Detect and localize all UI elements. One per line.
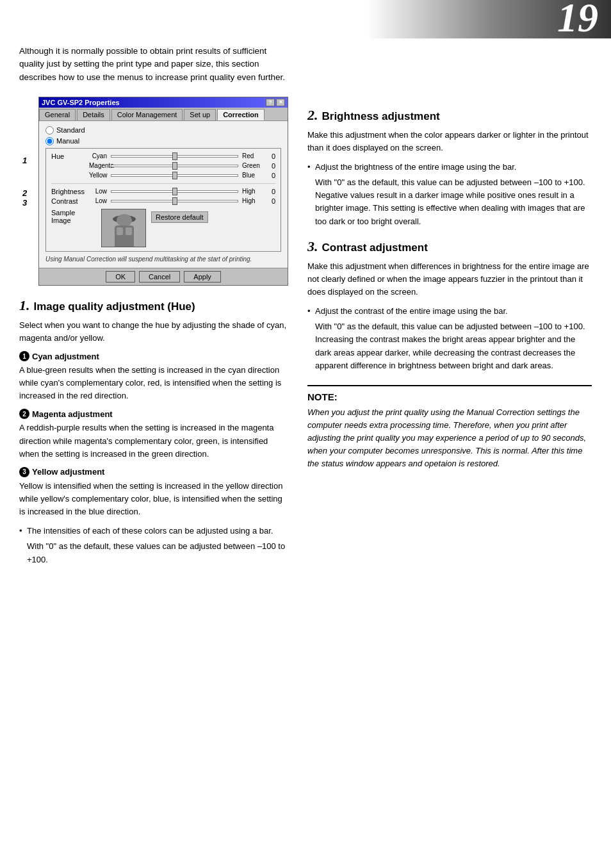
radio-standard-label: Standard (56, 126, 85, 134)
hue-slider-row: Hue Cyan Red 0 (51, 152, 275, 160)
hue-slider-thumb[interactable] (172, 152, 177, 160)
svg-rect-5 (126, 227, 132, 235)
bullet-default-range: With "0" as the default, these values ca… (19, 540, 288, 566)
contrast-bullet: Adjust the contrast of the entire image … (307, 305, 592, 318)
svg-rect-4 (117, 227, 123, 235)
contrast-label: Contrast (51, 197, 86, 205)
tab-correction[interactable]: Correction (217, 109, 265, 120)
cyan-label: Cyan (89, 152, 107, 160)
yellow-label: Yellow (89, 172, 107, 179)
dialog-container: 1 2 3 JVC GV-SP2 Properties ? ✕ General (38, 97, 288, 286)
cyan-body: A blue-green results when the setting is… (19, 364, 288, 402)
sample-row: Sample Image (51, 209, 275, 247)
radio-manual-row: Manual (45, 137, 281, 145)
yellow-slider-thumb[interactable] (172, 172, 177, 179)
dialog-title-buttons: ? ✕ (266, 99, 285, 106)
marker-1: 1 (22, 156, 27, 165)
separator (51, 183, 275, 184)
dialog-note-text: Using Manual Correction will suspend mul… (45, 256, 281, 263)
contrast-bullet-sub: With "0" as the default, this value can … (307, 320, 592, 372)
radio-manual[interactable] (45, 137, 54, 145)
magenta-slider-track[interactable] (111, 165, 238, 167)
brightness-bullet-sub: With "0" as the default, this value can … (307, 176, 592, 228)
brightness-low-label: Low (89, 188, 107, 195)
contrast-slider-row: Contrast Low High 0 (51, 197, 275, 205)
brightness-label: Brightness (51, 188, 86, 195)
brightness-slider-row: Brightness Low High 0 (51, 188, 275, 195)
cyan-subheading: 1 Cyan adjustment (19, 351, 288, 361)
close-button[interactable]: ✕ (276, 99, 285, 106)
note-section: NOTE: When you adjust the print quality … (307, 385, 592, 471)
radio-standard-row: Standard (45, 126, 281, 135)
page-number: 19 (557, 0, 611, 38)
note-title: NOTE: (307, 391, 592, 402)
marker-3: 3 (22, 198, 27, 208)
section-1: 1. Image quality adjustment (Hue) Select… (19, 297, 288, 566)
right-column: 2. Brightness adjustment Make this adjus… (307, 97, 592, 471)
yellow-body: Yellow is intensified when the setting i… (19, 480, 288, 518)
brightness-value: 0 (263, 188, 275, 195)
brightness-slider-thumb[interactable] (172, 188, 177, 195)
svg-point-2 (117, 214, 132, 227)
note-text: When you adjust the print quality using … (307, 406, 592, 471)
yellow-slider-track[interactable] (111, 174, 238, 177)
circle-1: 1 (19, 351, 29, 361)
apply-button[interactable]: Apply (184, 271, 221, 283)
section-3-heading: 3. Contrast adjustment (307, 238, 592, 255)
dialog-footer: OK Cancel Apply (39, 268, 288, 285)
help-button[interactable]: ? (266, 99, 275, 106)
marker-2: 2 (22, 188, 27, 198)
green-label: Green (242, 162, 260, 169)
cancel-button[interactable]: Cancel (139, 271, 180, 283)
section-1-title: Image quality adjustment (Hue) (34, 300, 195, 313)
section-1-body: Select when you want to change the hue b… (19, 319, 288, 345)
section-1-heading: 1. Image quality adjustment (Hue) (19, 297, 288, 314)
circle-2: 2 (19, 409, 29, 419)
yellow-heading-text: Yellow adjustment (32, 467, 104, 477)
magenta-value: 0 (263, 162, 275, 170)
tab-details[interactable]: Details (77, 109, 110, 120)
brightness-bullet: Adjust the brightness of the entire imag… (307, 161, 592, 174)
section-2-num: 2. (307, 107, 318, 124)
dialog-box: JVC GV-SP2 Properties ? ✕ General Detail… (38, 97, 288, 286)
section-1-num: 1. (19, 297, 30, 314)
brightness-slider-track[interactable] (111, 190, 238, 193)
sample-image (101, 209, 146, 247)
section-3-title: Contrast adjustment (322, 242, 428, 254)
magenta-heading-text: Magenta adjustment (32, 409, 113, 419)
dialog-body: Standard Manual Hue Cyan (39, 121, 288, 268)
magenta-label: Magenta (89, 162, 107, 169)
dialog-titlebar: JVC GV-SP2 Properties ? ✕ (39, 97, 288, 108)
restore-default-button[interactable]: Restore default (151, 211, 208, 223)
tab-color-management[interactable]: Color Management (111, 109, 183, 120)
circle-3: 3 (19, 467, 29, 477)
yellow-subheading: 3 Yellow adjustment (19, 467, 288, 477)
tab-general[interactable]: General (39, 109, 76, 120)
contrast-value: 0 (263, 197, 275, 205)
intro-text: Although it is normally possible to obta… (19, 45, 288, 84)
hue-slider-track[interactable] (111, 155, 238, 158)
magenta-body: A reddish-purple results when the settin… (19, 422, 288, 460)
section-2-body: Make this adjustment when the color appe… (307, 129, 592, 154)
contrast-slider-track[interactable] (111, 200, 238, 202)
brightness-high-label: High (242, 188, 260, 195)
dialog-title: JVC GV-SP2 Properties (42, 99, 120, 106)
yellow-slider-row: Yellow Blue 0 (51, 172, 275, 179)
radio-manual-label: Manual (56, 137, 79, 145)
hue-label: Hue (51, 152, 86, 160)
contrast-slider-thumb[interactable] (172, 197, 177, 205)
magenta-slider-thumb[interactable] (172, 162, 177, 170)
red-label: Red (242, 152, 260, 160)
tab-setup[interactable]: Set up (184, 109, 216, 120)
dialog-tabs: General Details Color Management Set up … (39, 108, 288, 121)
hue-value: 0 (263, 152, 275, 160)
bullet-intensities: The intensities of each of these colors … (19, 525, 288, 537)
ok-button[interactable]: OK (106, 271, 135, 283)
section-3-body: Make this adjustment when differences in… (307, 260, 592, 299)
magenta-slider-row: Magenta Green 0 (51, 162, 275, 170)
contrast-high-label: High (242, 197, 260, 204)
contrast-low-label: Low (89, 197, 107, 204)
radio-standard[interactable] (45, 126, 54, 135)
section-2-heading: 2. Brightness adjustment (307, 107, 592, 124)
section-2-title: Brightness adjustment (322, 110, 440, 123)
